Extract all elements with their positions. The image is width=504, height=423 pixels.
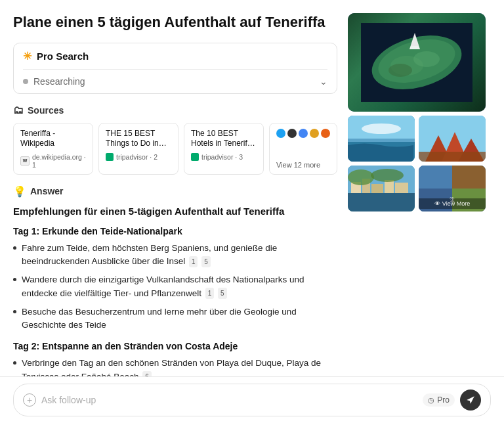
left-panel: Plane einen 5 tägigen Aufenthalt auf Ten… bbox=[13, 13, 348, 423]
source-site-2: tripadvisor · 2 bbox=[116, 153, 158, 161]
source-card-3[interactable]: The 10 BEST Hotels in Tenerife, Spain 20… bbox=[184, 123, 264, 175]
source-meta-1: W de.wikipedia.org · 1 bbox=[20, 153, 86, 169]
source-site-1: de.wikipedia.org · 1 bbox=[32, 153, 86, 169]
svg-point-26 bbox=[348, 169, 374, 185]
source-card-2[interactable]: THE 15 BEST Things to Do in Tenerife (20… bbox=[98, 123, 178, 175]
right-panel: 🏝 👁 View More bbox=[348, 13, 486, 423]
sparkle-icon: ✳ bbox=[23, 50, 32, 62]
ref-badge[interactable]: 1 bbox=[189, 256, 198, 267]
day-1-heading: Tag 1: Erkunde den Teide-Nationalpark bbox=[13, 226, 337, 236]
answer-subtitle: Empfehlungen für einen 5-tägigen Aufenth… bbox=[13, 206, 337, 217]
small-images-row-2: 🏝 👁 View More bbox=[348, 166, 486, 212]
svg-rect-29 bbox=[419, 166, 452, 189]
favicon-tripadvisor-1 bbox=[106, 153, 114, 161]
sources-icon: 🗂 bbox=[13, 104, 24, 116]
source-site-3: tripadvisor · 3 bbox=[201, 153, 243, 161]
clock-icon: ◷ bbox=[428, 396, 434, 405]
collage-image[interactable]: 🏝 👁 View More bbox=[419, 166, 486, 212]
svg-point-6 bbox=[413, 51, 440, 67]
ref-badge[interactable]: 1 bbox=[205, 288, 215, 299]
beach-svg bbox=[348, 116, 415, 162]
main-image[interactable] bbox=[348, 13, 486, 112]
bottom-bar: + Ask follow-up ◷ Pro bbox=[0, 376, 504, 423]
sources-section: 🗂 Sources Teneriffa - Wikipedia W de.wik… bbox=[13, 104, 337, 175]
mini-favicon-1 bbox=[276, 129, 285, 138]
bullet-dot bbox=[13, 246, 16, 250]
source-title-1: Teneriffa - Wikipedia bbox=[20, 129, 86, 149]
mini-favicon-2 bbox=[287, 129, 297, 138]
svg-point-10 bbox=[362, 123, 401, 134]
svg-point-7 bbox=[388, 64, 412, 77]
svg-rect-30 bbox=[452, 166, 486, 189]
sources-header: 🗂 Sources bbox=[13, 104, 337, 116]
image-grid: 🏝 👁 View More bbox=[348, 13, 486, 212]
list-item: Wandere durch die einzigartige Vulkanlan… bbox=[13, 273, 337, 300]
svg-rect-13 bbox=[419, 116, 486, 132]
sources-label: Sources bbox=[28, 105, 64, 116]
status-dot bbox=[23, 79, 28, 84]
svg-rect-17 bbox=[419, 152, 486, 162]
more-sources-card[interactable]: View 12 more bbox=[269, 123, 337, 175]
more-sources-icons bbox=[276, 129, 330, 138]
svg-rect-20 bbox=[348, 193, 415, 212]
list-item: Besuche das Besucherzentrum und lerne me… bbox=[13, 305, 337, 332]
beach-image[interactable] bbox=[348, 116, 415, 162]
rocks-svg bbox=[419, 116, 486, 162]
svg-rect-23 bbox=[371, 184, 383, 193]
page-title: Plane einen 5 tägigen Aufenthalt auf Ten… bbox=[13, 13, 337, 32]
mini-favicon-3 bbox=[299, 129, 308, 138]
svg-point-27 bbox=[371, 169, 404, 182]
view-more-text: View 12 more bbox=[276, 161, 330, 169]
answer-header: 💡 Answer bbox=[13, 185, 337, 198]
harbor-image[interactable] bbox=[348, 166, 415, 212]
source-meta-3: tripadvisor · 3 bbox=[191, 153, 257, 161]
researching-row[interactable]: Researching ⌄ bbox=[14, 70, 337, 93]
day-1-bullets: Fahre zum Teide, dem höchsten Berg Spani… bbox=[13, 242, 337, 332]
ref-badge[interactable]: 5 bbox=[218, 288, 227, 299]
ref-badge[interactable]: 5 bbox=[201, 256, 211, 267]
pro-badge[interactable]: ◷ Pro bbox=[423, 393, 455, 407]
bullet-text: Fahre zum Teide, dem höchsten Berg Spani… bbox=[22, 242, 337, 269]
chevron-down-icon[interactable]: ⌄ bbox=[320, 76, 327, 87]
researching-left: Researching bbox=[23, 76, 85, 87]
source-card-1[interactable]: Teneriffa - Wikipedia W de.wikipedia.org… bbox=[13, 123, 93, 175]
send-button[interactable] bbox=[460, 390, 481, 411]
day-2-heading: Tag 2: Entspanne an den Stränden von Cos… bbox=[13, 341, 337, 351]
list-item: Fahre zum Teide, dem höchsten Berg Spani… bbox=[13, 242, 337, 269]
answer-label: Answer bbox=[30, 186, 64, 196]
favicon-tripadvisor-2 bbox=[191, 153, 199, 161]
mini-favicon-5 bbox=[321, 129, 330, 138]
researching-label: Researching bbox=[33, 76, 85, 87]
eye-icon: 👁 bbox=[434, 200, 440, 207]
answer-icon: 💡 bbox=[13, 185, 26, 198]
send-icon bbox=[466, 395, 475, 405]
rocks-image[interactable] bbox=[419, 116, 486, 162]
bullet-dot bbox=[13, 361, 16, 365]
mini-favicon-4 bbox=[310, 129, 319, 138]
tenerife-island-svg bbox=[361, 23, 472, 102]
pro-search-label: Pro Search bbox=[37, 51, 89, 62]
svg-rect-24 bbox=[385, 180, 394, 193]
source-title-3: The 10 BEST Hotels in Tenerife, Spain 20… bbox=[191, 129, 257, 149]
tenerife-satellite bbox=[348, 13, 486, 112]
favicon-wikipedia: W bbox=[20, 156, 30, 166]
small-images-row-1 bbox=[348, 116, 486, 162]
followup-placeholder: Ask follow-up bbox=[41, 395, 417, 405]
source-title-2: THE 15 BEST Things to Do in Tenerife (20… bbox=[106, 129, 171, 149]
pro-search-box: ✳ Pro Search Researching ⌄ bbox=[13, 43, 337, 94]
pro-search-header: ✳ Pro Search bbox=[14, 43, 337, 69]
ask-followup-input[interactable]: + Ask follow-up ◷ Pro bbox=[13, 384, 491, 416]
harbor-svg bbox=[348, 166, 415, 212]
view-more-label: View More bbox=[442, 200, 470, 207]
svg-rect-25 bbox=[395, 183, 408, 193]
bullet-text: Wandere durch die einzigartige Vulkanlan… bbox=[22, 273, 337, 300]
bullet-dot bbox=[13, 310, 16, 313]
view-more-overlay[interactable]: 👁 View More bbox=[419, 198, 486, 209]
sources-grid: Teneriffa - Wikipedia W de.wikipedia.org… bbox=[13, 123, 337, 175]
pro-label: Pro bbox=[437, 395, 450, 405]
plus-icon[interactable]: + bbox=[23, 393, 36, 407]
bullet-text: Besuche das Besucherzentrum und lerne me… bbox=[22, 305, 337, 332]
plus-symbol: + bbox=[27, 395, 32, 405]
source-meta-2: tripadvisor · 2 bbox=[106, 153, 171, 161]
bullet-dot bbox=[13, 278, 16, 281]
